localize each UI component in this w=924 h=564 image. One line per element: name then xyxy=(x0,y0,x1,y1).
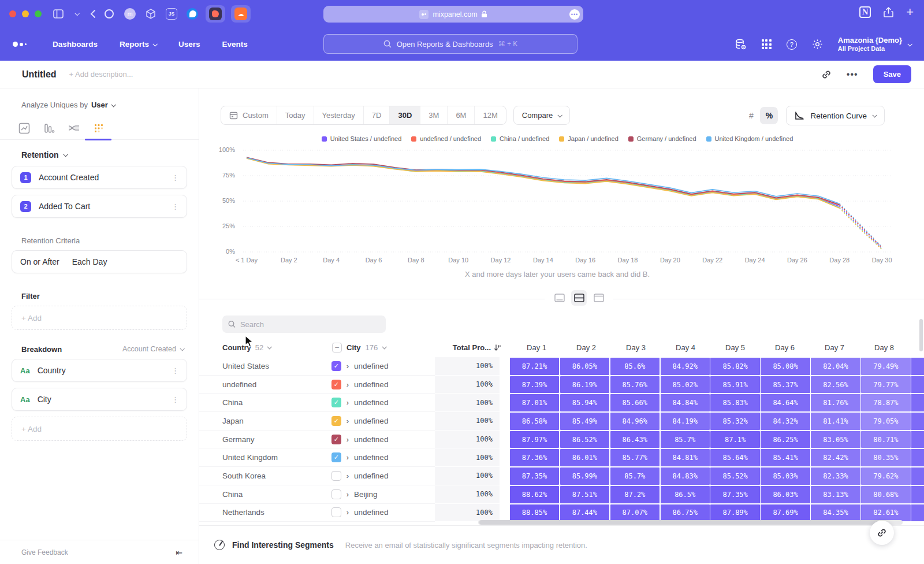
retention-value-cell[interactable]: 86.75% xyxy=(661,504,710,522)
retention-value-cell[interactable]: 87.69% xyxy=(761,504,810,522)
retention-value-cell[interactable]: 86.43% xyxy=(610,431,660,448)
retention-value-cell[interactable]: 79.77% xyxy=(861,376,910,394)
retention-value-cell[interactable]: 82.33% xyxy=(811,467,860,485)
retention-value-cell[interactable]: 84.81% xyxy=(661,449,710,466)
minimize-window-button[interactable] xyxy=(22,10,29,17)
day-column-header[interactable]: Day 7 xyxy=(810,343,859,352)
day-column-header[interactable]: Day 4 xyxy=(661,343,710,352)
retention-value-cell[interactable]: 85.7% xyxy=(661,431,710,448)
retention-value-cell[interactable]: 84.64% xyxy=(761,394,810,411)
tab-funnels[interactable] xyxy=(42,121,56,135)
retention-value-cell[interactable]: 84.96% xyxy=(610,413,660,430)
layout-split-button[interactable] xyxy=(571,290,587,306)
retention-value-cell[interactable]: 84.83% xyxy=(661,467,710,485)
row-checkbox[interactable]: ✓ xyxy=(331,435,341,444)
retention-value-cell[interactable]: 82.42% xyxy=(811,449,860,466)
add-filter-button[interactable]: + Add xyxy=(12,306,187,330)
row-checkbox[interactable] xyxy=(331,471,341,481)
copy-link-icon[interactable] xyxy=(821,69,832,80)
kebab-menu-icon[interactable]: ⋮ xyxy=(172,366,179,375)
range-7d[interactable]: 7D xyxy=(364,106,390,124)
retention-value-cell[interactable]: 82.56% xyxy=(811,376,860,394)
retention-value-cell[interactable]: 85.49% xyxy=(560,413,609,430)
retention-value-cell[interactable]: 86.19% xyxy=(560,376,609,394)
retention-value-cell[interactable]: 87.35% xyxy=(710,486,759,503)
pinned-tab-bird-icon[interactable] xyxy=(185,6,200,21)
step-card-1[interactable]: 1 Account Created ⋮ xyxy=(12,166,187,189)
retention-value-cell[interactable]: 85.03% xyxy=(761,467,810,485)
retention-value-cell[interactable]: 84.19% xyxy=(661,413,710,430)
retention-value-cell[interactable]: 84.35% xyxy=(811,504,860,522)
retention-value-cell[interactable]: 87.36% xyxy=(510,449,559,466)
legend-item[interactable]: Japan / undefined xyxy=(559,135,618,142)
retention-value-cell[interactable]: 85.82% xyxy=(710,358,759,375)
row-checkbox[interactable] xyxy=(331,489,341,499)
retention-value-cell[interactable]: 85.64% xyxy=(710,449,759,466)
day-column-header[interactable]: Day 1 xyxy=(512,343,561,352)
nav-events[interactable]: Events xyxy=(222,40,248,49)
retention-value-cell[interactable]: 87.01% xyxy=(510,394,559,411)
help-icon[interactable]: ? xyxy=(787,39,797,50)
global-search[interactable]: Open Reports & Dashboards ⌘ + K xyxy=(323,34,578,54)
range-30d[interactable]: 30D xyxy=(390,106,420,124)
day-column-header[interactable]: Day 5 xyxy=(710,343,760,352)
range-today[interactable]: Today xyxy=(277,106,314,124)
address-bar[interactable]: mixpanel.com ••• xyxy=(323,6,583,23)
range-custom[interactable]: Custom xyxy=(221,106,277,124)
retention-value-cell[interactable]: 80.71% xyxy=(861,431,910,448)
retention-value-cell[interactable]: 86.58% xyxy=(510,413,559,430)
total-column-header[interactable]: Total Pro... xyxy=(436,343,501,352)
pinned-tab-app1-icon[interactable] xyxy=(206,5,225,23)
retention-value-cell[interactable]: 85.41% xyxy=(761,449,810,466)
absolute-numbers-toggle[interactable]: # xyxy=(742,107,760,124)
retention-value-cell[interactable]: 81.76% xyxy=(811,394,860,411)
extensions-menu-icon[interactable]: ••• xyxy=(569,9,580,20)
range-yesterday[interactable]: Yesterday xyxy=(314,106,364,124)
retention-value-cell[interactable]: 87.2% xyxy=(610,486,660,503)
row-checkbox[interactable]: ✓ xyxy=(331,398,341,407)
retention-value-cell[interactable]: 85.77% xyxy=(610,449,660,466)
chevron-down-icon[interactable] xyxy=(75,12,79,16)
retention-value-cell[interactable]: 85.99% xyxy=(560,467,609,485)
range-12m[interactable]: 12M xyxy=(475,106,505,124)
back-icon[interactable] xyxy=(90,9,96,18)
retention-value-cell[interactable]: 84.84% xyxy=(661,394,710,411)
pinned-tab-app2-icon[interactable]: ☁ xyxy=(231,5,251,23)
give-feedback-link[interactable]: Give Feedback xyxy=(21,548,68,556)
retention-value-cell[interactable]: 88.85% xyxy=(510,504,559,522)
retention-value-cell[interactable]: 79.49% xyxy=(861,358,910,375)
country-column-header[interactable]: Country 52 xyxy=(199,343,332,352)
breakdown-card-city[interactable]: Aa City ⋮ xyxy=(12,388,187,411)
collapse-sidebar-icon[interactable]: ⇤ xyxy=(176,548,182,557)
retention-value-cell[interactable]: 86.01% xyxy=(560,449,609,466)
retention-section-header[interactable]: Retention xyxy=(21,150,67,159)
nav-reports[interactable]: Reports xyxy=(120,40,157,49)
retention-value-cell[interactable]: 87.07% xyxy=(610,504,660,522)
notion-extension-icon[interactable]: N xyxy=(859,6,871,18)
retention-value-cell[interactable]: 84.32% xyxy=(761,413,810,430)
row-checkbox[interactable]: ✓ xyxy=(331,416,341,426)
retention-value-cell[interactable]: 85.08% xyxy=(761,358,810,375)
retention-value-cell[interactable]: 82.04% xyxy=(811,358,860,375)
retention-value-cell[interactable]: 82.61% xyxy=(861,504,910,522)
breakdown-card-country[interactable]: Aa Country ⋮ xyxy=(12,359,187,382)
legend-item[interactable]: Germany / undefined xyxy=(628,135,696,142)
retention-value-cell[interactable]: 81.41% xyxy=(811,413,860,430)
retention-value-cell[interactable]: 87.97% xyxy=(510,431,559,448)
select-all-checkbox[interactable]: – xyxy=(332,343,342,352)
retention-value-cell[interactable]: 83.05% xyxy=(811,431,860,448)
settings-gear-icon[interactable] xyxy=(812,39,823,50)
expand-row-icon[interactable]: › xyxy=(346,398,349,407)
kebab-menu-icon[interactable]: ⋮ xyxy=(172,173,179,182)
row-checkbox[interactable] xyxy=(331,507,341,517)
range-6m[interactable]: 6M xyxy=(448,106,475,124)
retention-value-cell[interactable]: 86.52% xyxy=(560,431,609,448)
close-window-button[interactable] xyxy=(9,10,16,17)
data-management-icon[interactable] xyxy=(735,39,747,50)
retention-value-cell[interactable]: 80.68% xyxy=(861,486,910,503)
chart-type-select[interactable]: Retention Curve xyxy=(786,106,885,125)
retention-value-cell[interactable]: 86.03% xyxy=(761,486,810,503)
retention-value-cell[interactable]: 87.35% xyxy=(510,467,559,485)
day-column-header[interactable]: Day 6 xyxy=(760,343,810,352)
expand-row-icon[interactable]: › xyxy=(346,490,349,499)
